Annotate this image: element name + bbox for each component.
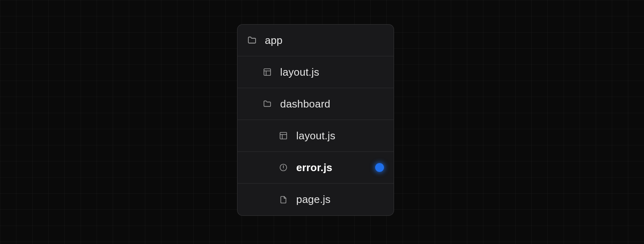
tree-row-label: layout.js [296,130,335,142]
tree-row-app[interactable]: app [237,25,394,56]
tree-row-layout[interactable]: layout.js [237,56,394,88]
svg-rect-3 [280,132,287,139]
tree-row-label: dashboard [280,98,330,110]
layout-icon [279,131,288,141]
page-icon [279,195,288,205]
error-icon [279,163,288,172]
tree-row-error[interactable]: error.js [237,152,394,184]
tree-row-label: error.js [296,161,332,174]
file-tree-panel: app layout.js dashboard layout.j [237,24,394,216]
tree-row-page[interactable]: page.js [237,184,394,215]
svg-rect-0 [264,69,271,76]
tree-row-dashboard[interactable]: dashboard [237,88,394,120]
tree-row-label: page.js [296,193,330,206]
tree-row-layout-nested[interactable]: layout.js [237,120,394,152]
tree-row-label: app [265,34,283,47]
active-indicator-dot [375,163,384,172]
folder-icon [262,99,272,109]
tree-row-label: layout.js [280,66,319,79]
layout-icon [262,67,272,77]
folder-icon [247,35,257,45]
svg-point-8 [283,169,283,170]
